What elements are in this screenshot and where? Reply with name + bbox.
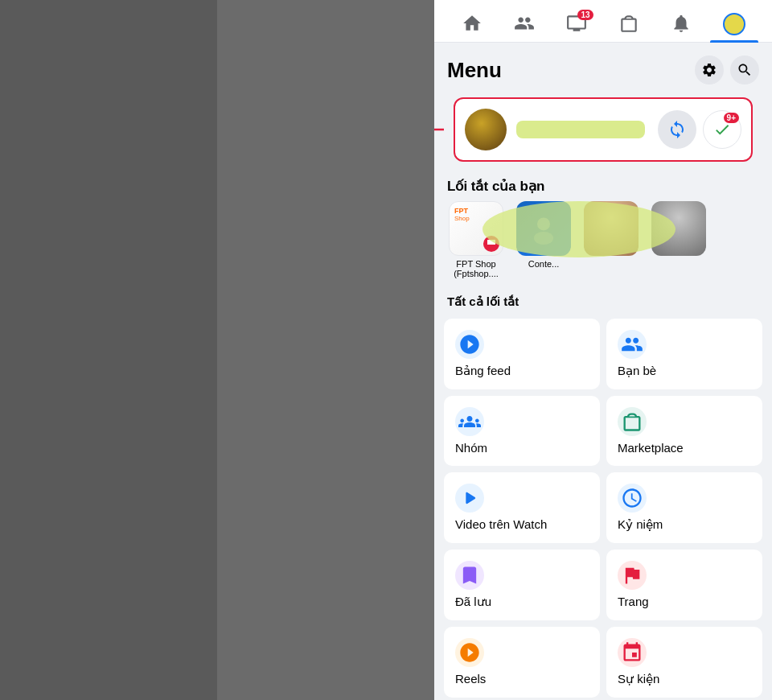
profile-name-redacted [516,121,645,138]
bang-feed-label: Bảng feed [455,364,511,378]
shortcut-conte-icon [516,201,571,256]
gear-icon [701,62,717,78]
groups-icon [458,410,481,433]
ky-niem-label: Kỷ niệm [618,517,663,532]
groups-icon-container [455,407,484,436]
menu-grid: Bảng feed Bạn bè Nhóm [434,319,772,700]
marketplace-label: Marketplace [618,441,684,455]
memories-icon-container [618,484,647,513]
reels-icon [458,641,481,664]
settings-button[interactable] [695,56,724,84]
menu-item-nhom[interactable]: Nhóm [444,396,600,466]
nav-profile[interactable] [710,6,758,42]
friends-nav-icon [514,13,535,34]
profile-section[interactable]: 9+ [454,97,753,162]
menu-item-da-luu[interactable]: Đã lưu [444,550,600,620]
main-content: Menu [434,43,772,700]
profile-avatar [465,109,507,150]
watch-icon [458,487,481,509]
menu-item-marketplace[interactable]: Marketplace [606,396,762,466]
menu-item-su-kien[interactable]: Sự kiện [606,627,762,698]
menu-item-ky-niem[interactable]: Kỷ niệm [606,472,762,543]
top-navigation: 13 [434,0,772,43]
nav-notifications[interactable] [658,6,704,42]
shortcut-fpt[interactable]: FPT Shop FPT Shop(Fptshop.... [447,201,505,278]
fpt-logo-text: FPT [454,207,468,215]
nav-home[interactable] [449,6,495,42]
fpt-flag [483,236,499,252]
marketplace-icon [621,410,643,433]
pages-icon-container [618,561,647,590]
red-arrow [434,117,452,142]
menu-item-reels[interactable]: Reels [444,627,600,698]
feed-icon [458,333,481,356]
checkmark-icon [713,121,731,138]
su-kien-label: Sự kiện [618,672,659,686]
menu-item-bang-feed[interactable]: Bảng feed [444,319,600,389]
shortcut-person1-icon [584,201,639,256]
video-watch-label: Video trên Watch [455,517,547,531]
events-icon-container [618,638,647,667]
shortcuts-row: FPT Shop FPT Shop(Fptshop.... [434,201,772,288]
menu-header: Menu [434,43,772,91]
events-icon [621,641,643,664]
marketplace-nav-icon [618,13,639,34]
ban-be-label: Bạn bè [618,364,656,378]
shortcuts-title: Lối tắt của bạn [434,168,772,201]
fpt-sub: Shop [454,215,470,222]
saved-icon-container [455,561,484,590]
home-icon [462,13,482,34]
menu-item-ban-be[interactable]: Bạn bè [606,319,762,389]
shortcut-fpt-icon: FPT Shop [449,201,503,256]
menu-item-trang[interactable]: Trang [606,550,762,620]
friends-icon-container [618,330,647,359]
notification-circle-button[interactable]: 9+ [703,110,741,149]
profile-actions: 9+ [658,110,741,149]
shortcut-conte-label: Conte... [528,259,560,269]
reels-label: Reels [455,672,486,686]
da-luu-label: Đã lưu [455,595,491,609]
shortcut-person2[interactable] [650,201,708,278]
profile-info [465,109,645,150]
notif-badge: 9+ [724,113,739,123]
all-shortcuts-label: Tất cả lối tắt [434,291,772,319]
nav-marketplace[interactable] [606,6,652,42]
menu-item-video-watch[interactable]: Video trên Watch [444,472,600,543]
nav-icon-row: 13 [447,6,759,42]
search-button[interactable] [730,56,759,84]
search-icon [737,62,753,78]
profile-avatar-nav [723,13,745,35]
marketplace-icon-container [618,407,647,436]
trang-label: Trang [618,595,649,608]
feed-icon-container [455,330,484,359]
nav-video[interactable]: 13 [553,6,600,42]
svg-point-3 [534,232,553,245]
menu-title: Menu [447,58,502,83]
reels-icon-container [455,638,484,667]
memories-icon [621,487,643,509]
nhom-label: Nhóm [455,441,487,455]
shortcut-conte[interactable]: Conte... [515,201,573,278]
shortcut-fpt-label: FPT Shop(Fptshop.... [454,259,499,278]
friends-icon [621,333,643,356]
watch-icon-container [455,484,484,513]
conte-icon [528,212,560,245]
shortcut-person1[interactable] [582,201,640,278]
saved-icon [458,564,481,587]
flag-icon [487,239,496,249]
bell-icon [671,13,692,34]
sync-icon [667,120,687,139]
video-badge: 13 [577,10,593,20]
nav-friends[interactable] [501,6,548,42]
pages-icon [621,564,643,587]
shortcut-person2-icon [651,201,706,256]
sync-button[interactable] [658,110,696,149]
menu-actions [695,56,759,84]
svg-point-2 [537,217,550,230]
